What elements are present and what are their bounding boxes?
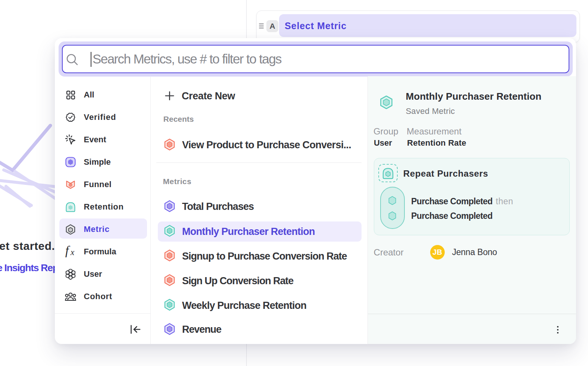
svg-text:f: f <box>65 244 70 257</box>
svg-text:x: x <box>70 248 75 257</box>
